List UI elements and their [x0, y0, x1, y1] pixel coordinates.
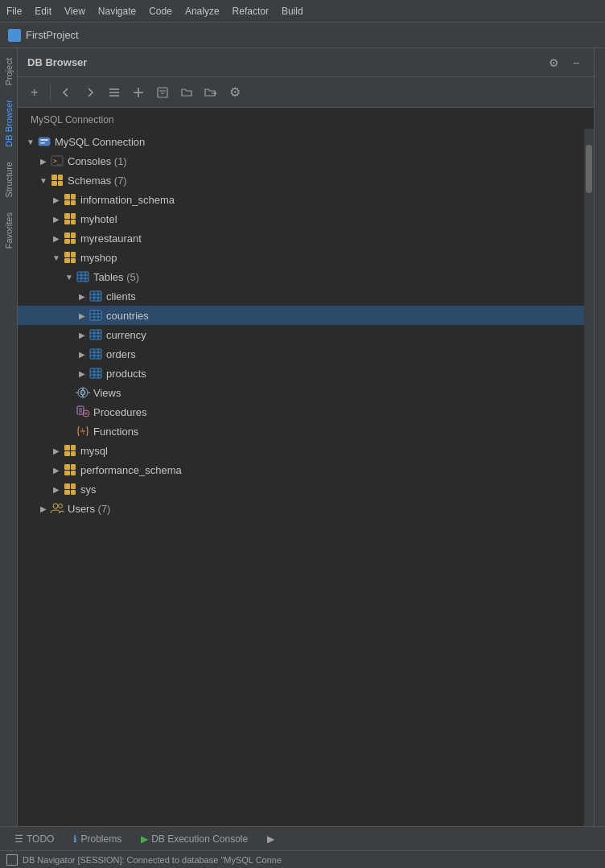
functions-label: Functions: [93, 426, 138, 438]
tab-extra[interactable]: ▶: [259, 831, 282, 847]
countries-arrow[interactable]: ▶: [76, 311, 88, 320]
schemas-label: Schemas (7): [68, 175, 127, 187]
myshop-icon: [63, 252, 77, 263]
tree-consoles[interactable]: ▶ >_ Consoles (1): [18, 151, 584, 171]
connection-icon: [37, 136, 51, 147]
countries-icon: [88, 310, 103, 321]
products-arrow[interactable]: ▶: [76, 369, 88, 378]
minimize-button[interactable]: −: [568, 55, 584, 71]
perf-schema-arrow[interactable]: ▶: [50, 466, 63, 475]
scrollbar-thumb[interactable]: [586, 145, 592, 193]
side-tab-project[interactable]: Project: [2, 51, 15, 92]
tree-myrestaurant[interactable]: ▶ myrestaurant: [18, 228, 584, 248]
db-tree: ▼ MySQL Connection ▶: [18, 129, 584, 826]
tables-arrow[interactable]: ▼: [63, 273, 76, 282]
orders-arrow[interactable]: ▶: [76, 350, 88, 359]
schemas-icon: [50, 175, 64, 186]
tree-tables[interactable]: ▼ Tables (5): [18, 267, 584, 286]
root-arrow[interactable]: ▼: [24, 138, 37, 146]
countries-label: countries: [106, 310, 149, 322]
folder-open-button[interactable]: [200, 82, 221, 103]
tree-myhotel[interactable]: ▶ myhotel: [18, 209, 584, 228]
status-bar: DB Navigator [SESSION]: Connected to dat…: [0, 850, 605, 868]
menu-build[interactable]: Build: [282, 6, 303, 17]
myrestaurant-arrow[interactable]: ▶: [50, 234, 63, 243]
tree-views[interactable]: Views: [18, 383, 584, 402]
menu-navigate[interactable]: Navigate: [98, 6, 136, 17]
svg-rect-26: [90, 311, 101, 320]
tree-sys[interactable]: ▶ sys: [18, 479, 584, 499]
procedures-icon: [76, 405, 90, 418]
products-label: products: [106, 368, 146, 380]
myrestaurant-icon: [63, 232, 77, 244]
svg-rect-13: [40, 142, 45, 144]
menu-view[interactable]: View: [64, 6, 85, 17]
currency-arrow[interactable]: ▶: [76, 331, 88, 339]
users-label: Users (7): [68, 503, 110, 515]
collapse-all-button[interactable]: [104, 82, 125, 103]
side-tabs: Project DB Browser Structure Favorites: [0, 48, 18, 826]
tree-orders[interactable]: ▶ orders: [18, 344, 584, 364]
tree-procedures[interactable]: Procedures: [18, 402, 584, 422]
db-browser-title: DB Browser: [27, 56, 87, 68]
svg-rect-11: [39, 138, 50, 146]
perf-schema-icon: [63, 464, 77, 475]
tree-currency[interactable]: ▶ currency: [18, 325, 584, 344]
mysql-arrow[interactable]: ▶: [50, 446, 63, 455]
svg-rect-5: [158, 88, 167, 97]
menu-analyze[interactable]: Analyze: [185, 6, 220, 17]
tree-users[interactable]: ▶ Users (7): [18, 499, 584, 518]
sys-arrow[interactable]: ▶: [50, 485, 63, 494]
functions-icon: [76, 425, 90, 438]
add-button[interactable]: +: [24, 82, 45, 103]
myhotel-arrow[interactable]: ▶: [50, 215, 63, 224]
tab-problems[interactable]: ℹ Problems: [65, 831, 130, 847]
side-tab-db-browser[interactable]: DB Browser: [2, 93, 15, 154]
tree-clients[interactable]: ▶ clients: [18, 286, 584, 306]
svg-rect-12: [40, 139, 48, 141]
tree-root-connection[interactable]: ▼ MySQL Connection: [18, 132, 584, 151]
myshop-arrow[interactable]: ▼: [50, 253, 63, 262]
menu-code[interactable]: Code: [149, 6, 172, 17]
gear-toolbar-button[interactable]: ⚙: [224, 82, 245, 103]
svg-point-58: [53, 504, 58, 508]
menu-refactor[interactable]: Refactor: [233, 6, 269, 17]
status-text: DB Navigator [SESSION]: Connected to dat…: [23, 855, 282, 865]
sys-label: sys: [80, 483, 97, 496]
tree-information-schema[interactable]: ▶ information_schema: [18, 190, 584, 209]
tree-myshop[interactable]: ▼ myshop: [18, 248, 584, 267]
tree-functions[interactable]: Functions: [18, 422, 584, 441]
clients-icon: [88, 290, 103, 302]
menu-file[interactable]: File: [6, 6, 22, 17]
side-tab-structure[interactable]: Structure: [2, 155, 15, 204]
expand-all-button[interactable]: [128, 82, 149, 103]
project-icon: [8, 29, 21, 42]
filter-button[interactable]: [152, 82, 173, 103]
tab-db-execution-console[interactable]: ▶ DB Execution Console: [133, 831, 256, 847]
myhotel-label: myhotel: [80, 213, 117, 225]
extra-icon: ▶: [267, 833, 274, 845]
schemas-arrow[interactable]: ▼: [37, 176, 50, 185]
scrollbar[interactable]: [584, 129, 594, 826]
users-arrow[interactable]: ▶: [37, 504, 50, 513]
connection-label: MySQL Connection: [18, 108, 594, 129]
svg-rect-21: [90, 291, 101, 301]
svg-rect-16: [77, 272, 88, 282]
tree-countries[interactable]: ▶ countries: [18, 306, 584, 325]
tree-performance-schema[interactable]: ▶ performance_schema: [18, 460, 584, 479]
tab-todo[interactable]: ☰ TODO: [6, 831, 62, 847]
side-tab-favorites[interactable]: Favorites: [2, 206, 15, 255]
forward-button[interactable]: [80, 82, 101, 103]
tree-schemas[interactable]: ▼ Schemas (7): [18, 171, 584, 190]
tree-mysql[interactable]: ▶ mysql: [18, 441, 584, 460]
svg-point-59: [59, 504, 63, 508]
folder-button[interactable]: [176, 82, 197, 103]
info-schema-arrow[interactable]: ▶: [50, 195, 63, 204]
consoles-arrow[interactable]: ▶: [37, 157, 50, 166]
back-button[interactable]: [56, 82, 76, 103]
tree-products[interactable]: ▶ products: [18, 364, 584, 383]
clients-arrow[interactable]: ▶: [76, 292, 88, 301]
menu-edit[interactable]: Edit: [35, 6, 51, 17]
settings-button[interactable]: ⚙: [545, 55, 562, 71]
bottom-tabs: ☰ TODO ℹ Problems ▶ DB Execution Console…: [0, 826, 605, 850]
